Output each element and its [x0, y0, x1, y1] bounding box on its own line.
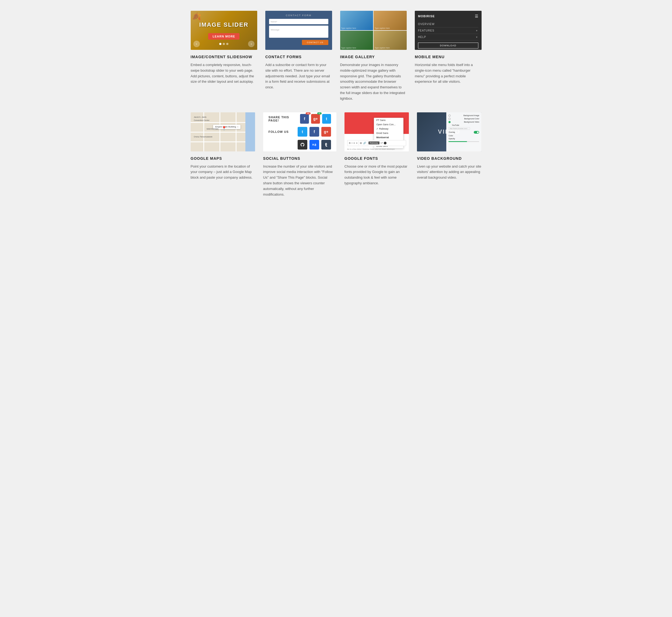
vp-radio-bg-video[interactable]: [448, 121, 451, 123]
maps-section-title: GOOGLE MAPS: [191, 156, 255, 161]
vp-opacity-slider[interactable]: [448, 141, 479, 142]
contact-preview-box: CONTACT FORM Name* Message CONTACT US: [265, 11, 332, 50]
mm-download-btn[interactable]: DOWNLOAD: [418, 43, 478, 48]
follow-googleplus-icon[interactable]: g+: [321, 127, 331, 137]
toolbar-icon-6: 🔗: [363, 142, 366, 145]
font-item-droid-sans[interactable]: Droid Sans: [374, 131, 403, 135]
follow-twitter-icon[interactable]: t: [298, 127, 307, 137]
feature-contact: CONTACT FORM Name* Message CONTACT US CO…: [265, 11, 332, 101]
social-preview-box: SHARE THIS PAGE! f 192 g+ 47 t FOLL: [263, 113, 337, 152]
mobile-menu-preview-box: MOBIRISE ☰ OVERVIEW FEATURES ▼ HELP ▼ DO…: [415, 11, 482, 50]
share-label: SHARE THIS PAGE!: [268, 116, 298, 122]
vp-label-bg-image: Background Image: [464, 115, 479, 117]
cf-message-textarea[interactable]: Message: [269, 26, 328, 38]
slider-preview: 🍂 IMAGE SLIDER LEARN MORE ‹ ›: [191, 11, 257, 50]
follow-behance-icon[interactable]: [309, 140, 319, 150]
map-road-v2: [220, 113, 220, 152]
mm-item-label-features: FEATURES: [418, 29, 434, 32]
fonts-scroll-text: ite in a few clicks! Mobirise helps you …: [347, 148, 406, 150]
slider-dots: [219, 43, 228, 45]
toolbar-icon-3: ≡: [354, 142, 355, 145]
vp-row-bg-image: Background Image: [448, 115, 479, 117]
thumb-caption-1: Type caption here: [341, 27, 356, 29]
map-road-v1: [203, 113, 204, 152]
vp-opacity-slider-fill: [448, 141, 467, 142]
cf-submit-btn[interactable]: CONTACT US: [302, 40, 328, 45]
gallery-thumb-1[interactable]: Type caption here: [340, 11, 373, 30]
feature-gallery: Type caption here Type caption here Type…: [340, 11, 407, 101]
vp-radio-bg-image[interactable]: [448, 115, 451, 117]
vp-row-overlay: Overlay: [448, 131, 479, 134]
gallery-thumb-3[interactable]: Type caption here: [340, 31, 373, 50]
slider-section-title: IMAGE/CONTENT SLIDESHOW: [191, 55, 257, 59]
share-googleplus-icon[interactable]: g+ 47: [311, 114, 320, 124]
follow-tumblr-icon[interactable]: [321, 140, 331, 150]
follow-facebook-icon[interactable]: f: [309, 127, 319, 137]
map-label-hotel: Отель Пенсильвания: [194, 136, 212, 138]
feature-social: SHARE THIS PAGE! f 192 g+ 47 t FOLL: [263, 113, 337, 198]
leaves-icon: 🍂: [192, 12, 201, 21]
hamburger-icon[interactable]: ☰: [475, 14, 478, 18]
social-section-title: SOCIAL BUTTONS: [263, 156, 337, 161]
feature-mobile-menu: MOBIRISE ☰ OVERVIEW FEATURES ▼ HELP ▼ DO…: [415, 11, 482, 101]
gallery-section-desc: Demonstrate your images in masonry mobil…: [340, 62, 407, 101]
fonts-preview: PT Sans Open Sans Con... Raleway Droid S…: [345, 113, 409, 152]
dot-3: [226, 43, 228, 45]
gallery-thumb-4[interactable]: Type caption here: [374, 31, 407, 50]
gallery-thumb-2[interactable]: Type caption here: [374, 11, 407, 30]
maps-section-desc: Point your customers in the location of …: [191, 164, 255, 181]
vp-row-bg-color: Background Color: [448, 118, 479, 120]
mm-item-help[interactable]: HELP ▼: [418, 34, 478, 40]
map-water: [245, 113, 255, 152]
map-popup-close[interactable]: ×: [237, 126, 238, 128]
cf-name-input[interactable]: Name*: [269, 19, 328, 24]
vp-url-input[interactable]: http://www.youtube.com/watd: [448, 127, 470, 130]
mm-arrow-help: ▼: [476, 36, 478, 38]
vp-row-bg-video: Background Video: [448, 121, 479, 123]
mobile-menu-section-desc: Horizontal site menu folds itself into a…: [415, 62, 482, 84]
maps-preview: Empire State Building × 📍 Jacob K.·Javit…: [191, 113, 255, 152]
font-item-pt-sans[interactable]: PT Sans: [374, 118, 403, 122]
share-facebook-icon[interactable]: f 192: [300, 114, 309, 124]
cf-message-placeholder: Message: [271, 29, 279, 31]
toolbar-font-name: Raleway: [369, 142, 380, 145]
cf-name-placeholder: Name*: [271, 20, 277, 23]
mobile-menu-section-title: MOBILE MENU: [415, 55, 482, 59]
video-preview: VIDEO Background Image Background Color: [417, 113, 481, 152]
share-row: SHARE THIS PAGE! f 192 g+ 47 t: [268, 114, 331, 124]
font-item-open-sans[interactable]: Open Sans Con...: [374, 122, 403, 127]
contact-section-desc: Add a subscribe or contact form to your …: [265, 62, 332, 90]
follow-row-2: [268, 140, 331, 150]
contact-section-title: CONTACT FORMS: [265, 55, 332, 59]
toolbar-sep: [359, 141, 359, 145]
vp-label-color: Color: [448, 135, 453, 137]
map-label-manhattan: МАНХЭТТЕН: [207, 128, 218, 130]
fonts-preview-box: PT Sans Open Sans Con... Raleway Droid S…: [345, 113, 409, 152]
gallery-preview-box: Type caption here Type caption here Type…: [340, 11, 407, 50]
mm-item-features[interactable]: FEATURES ▼: [418, 27, 478, 34]
vp-radio-bg-color[interactable]: [448, 118, 451, 120]
next-arrow-btn[interactable]: ›: [248, 41, 254, 47]
slider-title: IMAGE SLIDER: [199, 21, 249, 28]
vp-toggle-overlay[interactable]: [474, 131, 479, 134]
vp-row-color: Color: [448, 135, 479, 137]
gallery-section-title: IMAGE GALLERY: [340, 55, 407, 59]
toolbar-font-size: 17: [381, 142, 383, 144]
vp-label-overlay: Overlay: [448, 131, 455, 133]
follow-github-icon[interactable]: [298, 140, 307, 150]
mm-item-overview[interactable]: OVERVIEW: [418, 21, 478, 27]
slider-preview-box: 🍂 IMAGE SLIDER LEARN MORE ‹ ›: [191, 11, 257, 50]
gallery-preview: Type caption here Type caption here Type…: [340, 11, 407, 50]
feature-fonts: PT Sans Open Sans Con... Raleway Droid S…: [345, 113, 409, 198]
share-twitter-icon[interactable]: t: [322, 114, 331, 124]
fonts-toolbar: B I ≡ ≡ ⊞ 🔗 Raleway 17: [347, 140, 406, 146]
thumb-caption-3: Type caption here: [341, 47, 356, 49]
vp-label-opacity: Opacity: [448, 138, 455, 140]
font-item-montserrat[interactable]: Montserrat: [374, 135, 403, 140]
font-item-raleway[interactable]: Raleway: [374, 127, 403, 131]
mm-logo: MOBIRISE: [418, 15, 435, 18]
prev-arrow-btn[interactable]: ‹: [193, 41, 200, 47]
mm-item-label-overview: OVERVIEW: [418, 23, 435, 26]
social-preview: SHARE THIS PAGE! f 192 g+ 47 t FOLL: [263, 113, 337, 152]
slider-learn-more-btn[interactable]: LEARN MORE: [208, 33, 239, 40]
